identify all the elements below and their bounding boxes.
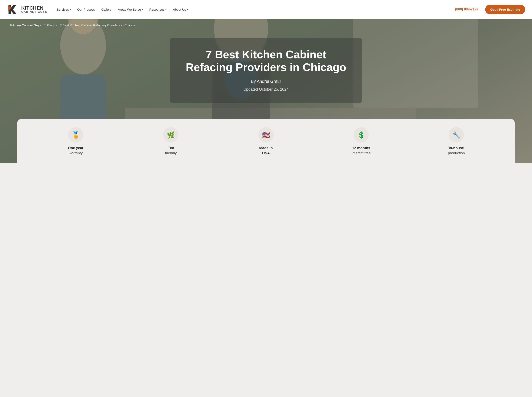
breadcrumb-separator-2: / [56, 23, 57, 27]
logo-icon [7, 3, 19, 16]
breadcrumb: Kitchen Cabinet Guys / Blog / 7 Best Kit… [0, 19, 146, 32]
nav-item-gallery[interactable]: Gallery [99, 6, 114, 13]
feature-warranty-label: One year warranty [68, 146, 83, 156]
nav-item-our-process[interactable]: Our Process [75, 6, 97, 13]
logo[interactable]: KITCHEN CABINET GUYS [7, 3, 47, 16]
nav-item-about-us[interactable]: About Us ▾ [170, 6, 190, 13]
feature-inhouse: 🔧 In-house production [411, 127, 502, 156]
breadcrumb-current: 7 Best Kitchen Cabinet Refacing Provider… [60, 23, 136, 27]
eco-icon: 🌿 [163, 127, 179, 143]
hero-date: Updated October 25, 2024 [183, 87, 349, 92]
chevron-down-icon: ▾ [142, 8, 143, 11]
hero-author: By Andrei Graur [183, 79, 349, 84]
author-link[interactable]: Andrei Graur [257, 79, 281, 84]
warranty-icon: 🏅 [68, 127, 83, 143]
phone-number[interactable]: (800) 809-7197 [455, 7, 478, 11]
inhouse-icon: 🔧 [449, 127, 464, 143]
feature-warranty: 🏅 One year warranty [30, 127, 121, 156]
interest-free-icon: 💲 [353, 127, 369, 143]
breadcrumb-separator-1: / [44, 23, 45, 27]
usa-flag-icon: 🇺🇸 [258, 127, 274, 143]
chevron-down-icon: ▾ [165, 8, 166, 11]
feature-eco: 🌿 Eco friendly [125, 127, 217, 156]
hero-section: Kitchen Cabinet Guys / Blog / 7 Best Kit… [0, 19, 532, 163]
nav-links: Services ▾ Our Process Gallery Areas We … [54, 6, 448, 13]
logo-text: KITCHEN CABINET GUYS [21, 6, 47, 13]
feature-usa-label: Made in USA [259, 146, 273, 156]
cta-button[interactable]: Get a Free Estimate [485, 5, 525, 14]
breadcrumb-blog[interactable]: Blog [47, 23, 54, 27]
chevron-down-icon: ▾ [187, 8, 188, 11]
nav-item-services[interactable]: Services ▾ [54, 6, 73, 13]
navbar: KITCHEN CABINET GUYS Services ▾ Our Proc… [0, 0, 532, 19]
nav-item-areas-we-serve[interactable]: Areas We Serve ▾ [115, 6, 145, 13]
chevron-down-icon: ▾ [70, 8, 71, 11]
feature-eco-label: Eco friendly [165, 146, 177, 156]
hero-content-box: 7 Best Kitchen Cabinet Refacing Provider… [170, 38, 362, 103]
breadcrumb-home[interactable]: Kitchen Cabinet Guys [10, 23, 41, 27]
feature-strip: 🏅 One year warranty 🌿 Eco friendly 🇺🇸 Ma… [17, 119, 515, 163]
feature-interest-free-label: 12 months interest free [351, 146, 371, 156]
feature-inhouse-label: In-house production [448, 146, 465, 156]
feature-interest-free: 💲 12 months interest free [315, 127, 407, 156]
feature-usa: 🇺🇸 Made in USA [220, 127, 312, 156]
nav-item-resources[interactable]: Resources ▾ [147, 6, 169, 13]
hero-title: 7 Best Kitchen Cabinet Refacing Provider… [183, 48, 349, 74]
